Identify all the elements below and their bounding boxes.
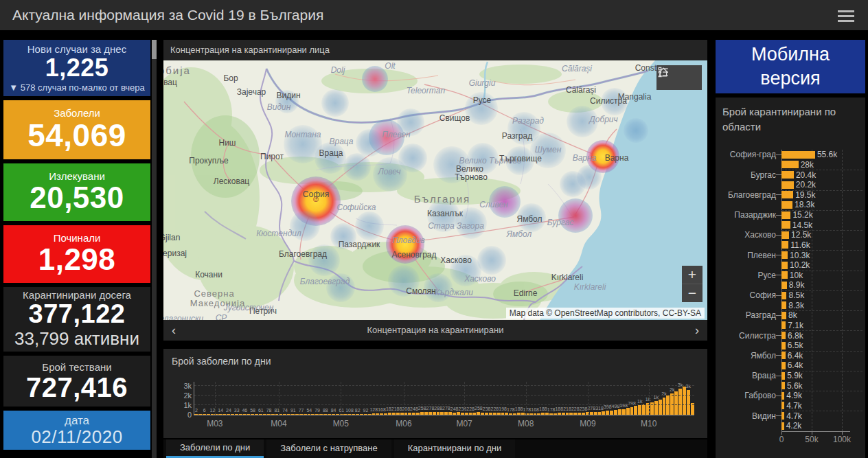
region-label: Габрово [716,391,776,400]
tab-active[interactable]: Заболели по дни [166,439,264,458]
bar [781,201,792,209]
kpi-deaths: Починали 1,298 [3,225,150,283]
region-bar-row: 11.6k [716,240,865,251]
gridline [781,250,863,251]
regions-chart-panel: Брой карантинирани по области София-град… [716,98,865,458]
bar-value-label: 46 [242,408,247,413]
bar [194,414,198,415]
bar-value-label: 14.5k [792,220,812,230]
region-bar-row: 14.5k [716,220,865,230]
axis-tick [776,295,781,296]
bar [404,413,408,415]
bar-value-label: 398 [604,404,612,409]
map-canvas[interactable]: СрбијаКрагујевацБорЗајечарВидинВидинDolj… [163,60,707,320]
region-bar-row: София-град55.6k [716,150,865,160]
axis-tick [776,194,781,195]
axis-tick [776,325,781,325]
region-bar-row: Ямбол6.4k [716,351,865,361]
bar [618,409,621,415]
bar-value-label: 178 [507,407,515,412]
axis-tick [776,365,781,366]
regions-chart[interactable]: София-град55.6k28kБургас20.4k20.2kБлагое… [716,150,865,431]
region-bar-row: 8.3k [716,300,865,310]
tab-inactive[interactable]: Заболели с натрупване [266,439,391,458]
bar [343,414,347,415]
bar-value-label: 24 [226,408,231,413]
legend-button[interactable] [679,65,702,90]
bar [311,414,315,415]
bar [299,414,303,415]
bar-value-label: 188 [555,407,563,411]
region-bar-row: Пазарджик15.2k [716,210,865,220]
bar-value-label: 228 [466,407,475,411]
scrollbar-thumb[interactable] [152,40,157,59]
bar [392,413,396,415]
bar [781,352,786,359]
region-bar-row: Хасково12.5k [716,230,865,240]
bar [549,413,553,415]
bar-value-label: 598 [619,403,628,408]
gridline [781,371,863,371]
axis-tick [776,255,781,255]
bar [781,312,786,319]
bar [218,414,222,415]
bar [263,414,266,415]
bar [654,401,658,415]
kpi-value: 20,530 [3,182,150,214]
kpi-value: 1,225 [3,55,150,81]
tab-inactive[interactable]: Карантинирани по дни [394,439,516,458]
bar [259,414,262,415]
bar [227,414,230,415]
kpi-subvalue: 33,799 активни [3,328,150,350]
gridline [781,190,863,191]
legend-icon [656,65,670,79]
bar-value-label: 278 [442,406,450,411]
prev-arrow-icon[interactable]: ‹ [163,320,184,341]
bar [465,413,468,415]
bar [319,414,323,415]
gridline [781,290,863,291]
bar [231,414,234,415]
x-axis-label: 50k [805,435,818,444]
bar-value-label: 5.9k [787,371,803,380]
axis-tick [776,315,781,316]
kpi-title: Брой тествани [3,361,150,373]
bar [781,271,788,279]
zoom-in-button[interactable]: + [682,266,703,284]
bar-value-label: 258 [418,406,426,411]
page-title: Актуална информация за Covid 19 в Българ… [12,0,323,30]
bar-value-label: 19.5k [795,190,815,200]
bar [781,342,786,350]
bar [578,413,581,415]
bar [781,402,784,409]
next-arrow-icon[interactable]: › [687,320,707,341]
mobile-version-button[interactable]: Мобилна версия [716,40,865,93]
bar [566,413,569,415]
bar [781,412,784,420]
bar [781,181,794,189]
bar-value-label: 4.7k [786,401,802,411]
map-panel: Концентрация на карантинирани лица [163,40,707,341]
bar [781,321,786,329]
bar-value-label: 61 [258,408,264,413]
bar [545,413,549,415]
bar-value-label: 88 [323,408,328,413]
zoom-out-button[interactable]: − [682,284,703,302]
hamburger-menu-icon[interactable] [838,10,854,22]
bar [606,411,609,415]
bar-value-label: 4.2k [786,421,802,431]
bar-value-label: 188 [539,407,547,411]
region-label: Силистра [716,331,776,341]
bar-value-label: 228 [491,407,499,411]
region-bar-row: Видин4.7k [716,411,865,421]
gridline [341,382,341,415]
bar-value-label: 18.3k [795,200,814,209]
sidebar-scrollbar[interactable] [152,40,157,458]
bar [271,414,275,415]
region-label: Ямбол [716,351,776,360]
axis-tick [776,185,781,185]
bar-value-label: 10k [790,271,803,280]
bar-value-label: 182 [386,407,394,411]
daily-cases-chart[interactable]: 2612142433465861788174917754798884611088… [194,382,694,415]
bar-value-label: 3k [685,384,690,389]
